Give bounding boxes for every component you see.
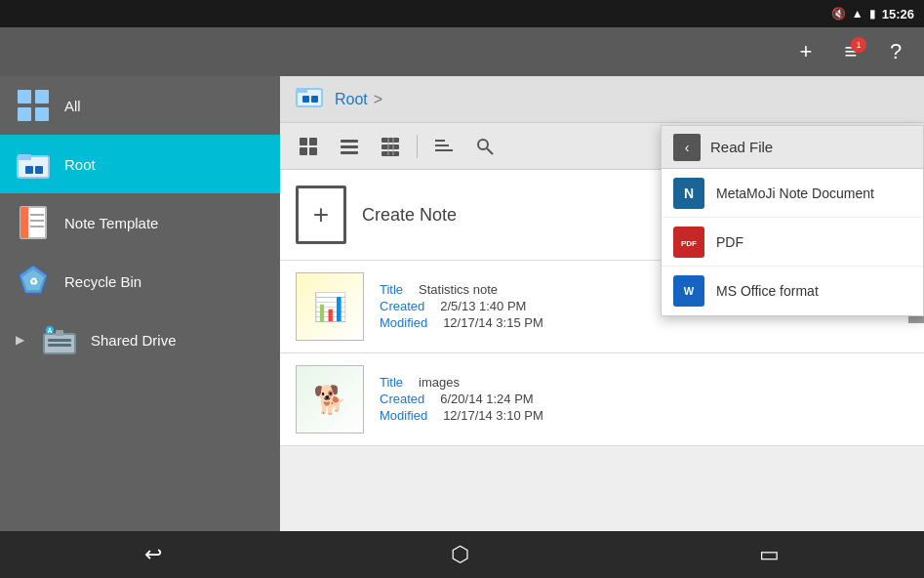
svg-rect-2 [18,107,31,121]
pdf-icon: PDF [673,227,704,258]
notification-button[interactable]: ≡ 1 [832,33,869,70]
recent-nav-button[interactable]: ▭ [751,534,787,575]
note-template-icon [16,205,51,240]
modified-value-2: 12/17/14 3:10 PM [443,408,543,423]
title-value: Statistics note [419,282,498,297]
home-nav-button[interactable]: ⬡ [443,534,477,575]
recent-nav-icon: ▭ [759,542,780,566]
statistics-thumbnail [297,273,363,340]
svg-rect-30 [341,140,358,143]
breadcrumb-separator: > [374,91,382,108]
sidebar-label-shared-drive: Shared Drive [91,332,177,349]
home-nav-icon: ⬡ [451,542,469,566]
status-time: 15:26 [882,7,914,21]
dropdown-title: Read File [710,139,773,155]
sidebar: All Root [0,76,280,531]
created-row-2: Created 6/20/14 1:24 PM [380,392,908,406]
shared-drive-icon: A [42,322,77,357]
created-label-2: Created [380,392,424,406]
breadcrumb-root: Root [335,91,368,108]
dropdown-label-msoffice: MS Office format [716,283,819,299]
svg-rect-38 [435,140,445,142]
file-thumb-images [296,365,364,434]
sidebar-item-root[interactable]: Root [0,135,280,193]
svg-text:A: A [47,327,52,334]
mute-icon: 🔇 [831,7,846,21]
dropdown-item-pdf[interactable]: PDF PDF [662,218,923,267]
help-button[interactable]: ? [877,33,914,70]
svg-rect-0 [18,90,31,103]
sidebar-item-shared-drive[interactable]: ▶ A Shared Drive [0,310,280,369]
sidebar-item-note-template[interactable]: Note Template [0,193,280,252]
svg-text:N: N [684,186,694,201]
battery-icon: ▮ [869,7,876,21]
svg-rect-1 [35,90,49,103]
images-thumbnail [297,366,363,433]
create-note-icon: + [296,186,346,244]
created-value-2: 6/20/14 1:24 PM [440,392,533,406]
svg-rect-35 [382,151,399,156]
modified-row: Modified 12/17/14 3:15 PM [380,315,908,330]
bottom-nav: ↩ ⬡ ▭ [0,531,924,578]
svg-text:W: W [684,285,695,297]
content-area: Root > [280,76,924,531]
svg-rect-28 [300,147,307,155]
breadcrumb: Root > [280,76,924,123]
back-nav-icon: ↩ [144,542,162,566]
title-row-2: Title images [380,375,908,390]
svg-rect-6 [25,166,33,174]
list-view-button[interactable] [331,130,368,163]
sort-button[interactable] [425,130,462,163]
svg-rect-26 [300,138,307,145]
sidebar-item-all[interactable]: All [0,76,280,135]
create-note-label: Create Note [362,205,457,226]
breadcrumb-folder-icon [296,83,323,115]
svg-text:PDF: PDF [681,239,697,248]
dropdown-menu: ‹ Read File N MetaMoJi Note Document [661,125,924,316]
file-item-images[interactable]: Title images Created 6/20/14 1:24 PM Mod… [280,353,924,446]
all-icon [16,88,51,123]
sidebar-label-recycle-bin: Recycle Bin [64,273,141,290]
wifi-icon: ▲ [852,7,864,21]
status-icons: 🔇 ▲ ▮ 15:26 [831,7,914,21]
svg-rect-40 [435,149,453,151]
sidebar-item-recycle-bin[interactable]: ♻ Recycle Bin [0,252,280,310]
dropdown-header: ‹ Read File [662,126,923,169]
dropdown-back-button[interactable]: ‹ [673,134,701,161]
modified-value: 12/17/14 3:15 PM [443,315,543,330]
top-toolbar: + ≡ 1 ? [0,27,924,76]
dropdown-item-metamoji[interactable]: N MetaMoJi Note Document [662,169,923,218]
svg-point-41 [478,140,488,149]
sidebar-label-all: All [64,98,81,114]
svg-rect-23 [297,88,307,93]
recycle-bin-icon: ♻ [16,264,51,299]
notification-badge: 1 [851,37,866,53]
title-label-2: Title [380,375,403,390]
sidebar-label-note-template: Note Template [64,215,158,231]
search-button[interactable] [466,130,503,163]
svg-rect-31 [341,145,358,148]
svg-rect-9 [20,207,28,238]
main-layout: All Root [0,76,924,531]
title-value-2: images [419,375,460,390]
svg-rect-27 [309,138,317,145]
created-value: 2/5/13 1:40 PM [440,299,526,313]
root-icon [16,146,51,182]
file-thumb-statistics [296,272,364,341]
svg-text:♻: ♻ [29,276,38,287]
toolbar-separator [417,135,418,158]
back-nav-button[interactable]: ↩ [137,534,170,575]
svg-rect-32 [341,151,358,154]
file-info-images: Title images Created 6/20/14 1:24 PM Mod… [380,375,908,425]
dropdown-item-msoffice[interactable]: W MS Office format [662,267,923,315]
add-button[interactable]: + [787,33,824,70]
modified-label: Modified [380,315,427,330]
modified-label-2: Modified [380,408,427,423]
status-bar: 🔇 ▲ ▮ 15:26 [0,0,924,27]
table-view-button[interactable] [372,130,409,163]
svg-rect-18 [48,344,71,347]
grid-view-button[interactable] [290,130,327,163]
svg-rect-17 [48,339,71,342]
svg-rect-33 [382,138,399,143]
svg-rect-25 [311,96,318,103]
